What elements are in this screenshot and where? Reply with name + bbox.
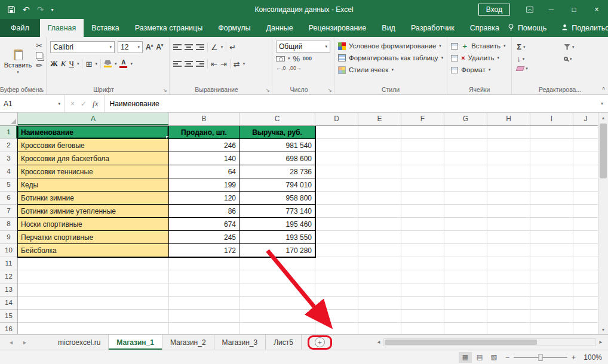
cell[interactable]: 170 280 [239, 244, 315, 257]
align-bottom-button[interactable] [196, 44, 204, 50]
sheet-tab-magazin3[interactable]: Магазин_3 [214, 335, 266, 350]
align-left-button[interactable] [173, 61, 182, 67]
cell[interactable]: Кроссовки теннисные [18, 165, 169, 178]
cut-scissors-icon[interactable]: ✂ [36, 42, 42, 50]
font-color-button[interactable]: А [119, 60, 127, 68]
tab-developer[interactable]: Разработчик [403, 19, 462, 37]
underline-button[interactable]: Ч [69, 59, 74, 69]
row-header-2[interactable]: 2 [0, 139, 17, 152]
scroll-up-icon[interactable]: ▲ [598, 113, 608, 122]
share-label[interactable]: Поделиться [572, 24, 608, 32]
column-header-g[interactable]: G [444, 113, 487, 125]
horizontal-scrollbar[interactable]: ◄ ► [374, 335, 608, 350]
cell[interactable]: 64 [169, 165, 239, 178]
align-center-button[interactable] [185, 61, 193, 67]
accounting-format-icon[interactable] [276, 56, 285, 61]
normal-view-icon[interactable]: ▦ [459, 352, 472, 363]
bold-button[interactable]: Ж [50, 59, 58, 69]
copy-icon[interactable] [36, 52, 42, 59]
close-button[interactable]: × [585, 0, 608, 19]
comma-style-button[interactable]: 000 [303, 55, 312, 61]
font-size-select[interactable]: 12▾ [118, 41, 143, 53]
row-header-14[interactable]: 14 [0, 297, 17, 310]
wrap-text-button[interactable]: ↵ [229, 44, 236, 51]
italic-button[interactable]: К [61, 59, 66, 69]
column-header-a[interactable]: A [18, 113, 169, 125]
fill-color-button[interactable] [104, 60, 112, 67]
scroll-left-icon[interactable]: ◄ [374, 340, 383, 345]
cell-a1-selected[interactable]: Наименование [18, 126, 169, 139]
column-header-h[interactable]: H [487, 113, 530, 125]
clear-button[interactable]: ▾ [517, 66, 557, 71]
cell[interactable]: Перчатки спортивные [18, 231, 169, 244]
formula-input[interactable]: Наименование [105, 95, 596, 112]
cell[interactable]: 172 [169, 244, 239, 257]
cell[interactable]: 981 540 [239, 139, 315, 152]
row-header-4[interactable]: 4 [0, 165, 17, 178]
tab-formulas[interactable]: Формулы [210, 19, 258, 37]
insert-cells-button[interactable]: ＋ Вставить▾ [451, 40, 508, 52]
cell[interactable]: Ботинки зимние [18, 192, 169, 205]
cell[interactable]: 698 600 [239, 152, 315, 165]
dialog-launcher-icon[interactable]: ↘ [39, 87, 44, 93]
cell[interactable]: Продано, шт. [169, 126, 239, 139]
tab-review[interactable]: Рецензирование [301, 19, 374, 37]
scroll-down-icon[interactable]: ▼ [598, 325, 608, 334]
sort-filter-button[interactable]: ▾ [564, 42, 603, 51]
align-middle-button[interactable] [185, 44, 193, 50]
cell[interactable]: 199 [169, 178, 239, 192]
sheet-tab-microexcel[interactable]: microexcel.ru [50, 335, 109, 350]
increase-decimal-icon[interactable]: ←,0 [276, 65, 286, 71]
cell[interactable]: 120 [169, 192, 239, 205]
delete-cells-button[interactable]: × Удалить▾ [451, 52, 508, 64]
row-header-15[interactable]: 15 [0, 310, 17, 323]
name-box[interactable]: A1 ▾ [0, 95, 65, 112]
cell[interactable]: 958 800 [239, 192, 315, 205]
column-header-b[interactable]: B [169, 113, 239, 125]
align-right-button[interactable] [196, 61, 204, 67]
select-all-button[interactable] [0, 113, 18, 125]
cell[interactable]: 794 010 [239, 178, 315, 192]
minimize-button[interactable]: ─ [540, 0, 563, 19]
cell[interactable]: Кроссовки беговые [18, 139, 169, 152]
qat-customize-icon[interactable]: ▾ [51, 7, 53, 13]
format-as-table-button[interactable]: Форматировать как таблицу▾ [338, 52, 443, 64]
cell[interactable]: 674 [169, 218, 239, 231]
cell[interactable]: 86 [169, 205, 239, 218]
sheet-tab-list5[interactable]: Лист5 [266, 335, 302, 350]
cell[interactable]: Носки спортивные [18, 218, 169, 231]
cancel-icon[interactable]: × [70, 100, 75, 108]
find-select-button[interactable]: ▾ [564, 55, 603, 63]
tab-insert[interactable]: Вставка [84, 19, 127, 37]
shrink-font-icon[interactable]: А▾ [156, 43, 163, 51]
sheet-nav-left-icon[interactable]: ◄ [8, 340, 14, 346]
save-icon[interactable] [7, 5, 16, 14]
enter-icon[interactable]: ✓ [81, 100, 87, 108]
row-header-9[interactable]: 9 [0, 231, 17, 244]
tab-view[interactable]: Вид [374, 19, 403, 37]
cell[interactable]: Выручка, руб. [239, 126, 315, 139]
format-cells-button[interactable]: Формат▾ [451, 64, 508, 76]
cell[interactable]: Кроссовки для баскетбола [18, 152, 169, 165]
dialog-launcher-icon[interactable]: ↘ [327, 87, 332, 93]
help-label[interactable]: Помощь [518, 24, 546, 32]
collapse-ribbon-icon[interactable]: ^ [602, 87, 605, 93]
tab-file[interactable]: Файл [0, 19, 40, 37]
dialog-launcher-icon[interactable]: ↘ [265, 87, 270, 93]
row-header-8[interactable]: 8 [0, 218, 17, 231]
cell[interactable]: Бейсболка [18, 244, 169, 257]
zoom-out-button[interactable]: − [505, 353, 509, 362]
row-header-1[interactable]: 1 [0, 126, 17, 139]
percent-style-button[interactable]: % [293, 55, 300, 63]
tab-home[interactable]: Главная [40, 19, 84, 37]
format-painter-icon[interactable]: ✏ [36, 61, 42, 69]
zoom-level[interactable]: 100% [581, 353, 602, 362]
cell[interactable]: 245 [169, 231, 239, 244]
maximize-button[interactable]: □ [563, 0, 585, 19]
tab-page-layout[interactable]: Разметка страницы [127, 19, 210, 37]
column-header-f[interactable]: F [401, 113, 444, 125]
cell[interactable]: 193 550 [239, 231, 315, 244]
horizontal-scroll-thumb[interactable] [385, 340, 537, 345]
page-break-view-icon[interactable]: ▧ [487, 352, 500, 363]
zoom-slider-thumb[interactable] [538, 354, 542, 361]
